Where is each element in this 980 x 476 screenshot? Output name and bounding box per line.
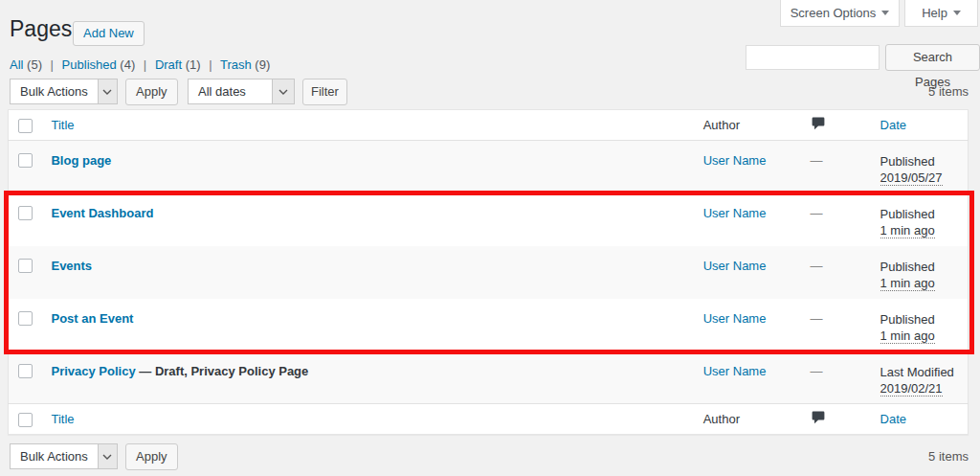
date-value: 1 min ago bbox=[880, 276, 935, 291]
screen-options-button[interactable]: Screen Options bbox=[780, 0, 900, 27]
comments-icon bbox=[811, 410, 826, 428]
comments-count: — bbox=[811, 206, 823, 220]
page-state-label: — Draft, Privacy Policy Page bbox=[139, 364, 308, 378]
table-row: Post an Event User Name — Published 1 mi… bbox=[9, 299, 969, 351]
search-pages-button[interactable]: Search Pages bbox=[885, 44, 980, 71]
comments-count: — bbox=[811, 153, 823, 168]
bulk-actions-select[interactable]: Bulk Actions bbox=[10, 79, 118, 104]
row-checkbox[interactable] bbox=[18, 311, 33, 326]
bulk-actions-select-bottom[interactable]: Bulk Actions bbox=[10, 443, 118, 469]
apply-button[interactable]: Apply bbox=[125, 79, 178, 105]
column-header-date[interactable]: Date bbox=[880, 118, 906, 132]
column-header-title[interactable]: Title bbox=[51, 118, 74, 132]
status-filter-links: All (5) | Published (4) | Draft (1) | Tr… bbox=[10, 57, 270, 72]
page-title: Pages bbox=[10, 15, 72, 43]
separator: | bbox=[144, 57, 146, 72]
dates-filter-value: All dates bbox=[189, 79, 272, 103]
filter-count-draft: (1) bbox=[186, 57, 201, 72]
filter-count-trash: (9) bbox=[255, 57, 270, 72]
page-title-link[interactable]: Events bbox=[51, 259, 92, 273]
filter-count-all: (5) bbox=[27, 57, 42, 72]
select-chevron-icon bbox=[98, 79, 117, 103]
page-title-link[interactable]: Post an Event bbox=[51, 311, 133, 326]
help-button[interactable]: Help bbox=[904, 0, 978, 27]
date-value: 2019/02/21 bbox=[880, 381, 943, 397]
select-all-checkbox[interactable] bbox=[18, 413, 33, 427]
author-link[interactable]: User Name bbox=[703, 153, 767, 168]
table-row: Events User Name — Published 1 min ago bbox=[9, 246, 969, 299]
help-label: Help bbox=[922, 6, 947, 20]
pages-table-body: Blog page User Name — Published 2019/05/… bbox=[9, 141, 969, 404]
author-link[interactable]: User Name bbox=[703, 364, 767, 378]
row-checkbox[interactable] bbox=[18, 206, 33, 220]
select-chevron-icon bbox=[272, 79, 294, 103]
comments-count: — bbox=[811, 311, 823, 326]
filter-count-published: (4) bbox=[120, 57, 135, 72]
date-value: 2019/05/27 bbox=[880, 170, 943, 186]
page-title-link[interactable]: Privacy Policy bbox=[51, 364, 135, 378]
date-status: Published bbox=[880, 153, 968, 170]
filter-button[interactable]: Filter bbox=[302, 79, 347, 105]
date-value: 1 min ago bbox=[880, 223, 935, 238]
search-input[interactable] bbox=[746, 45, 880, 70]
comments-count: — bbox=[811, 364, 823, 378]
row-checkbox[interactable] bbox=[18, 364, 33, 378]
page-title-link[interactable]: Blog page bbox=[51, 153, 111, 168]
select-all-checkbox[interactable] bbox=[18, 119, 33, 133]
date-status: Last Modified bbox=[880, 364, 968, 380]
column-footer-date[interactable]: Date bbox=[880, 412, 906, 426]
chevron-down-icon bbox=[881, 11, 889, 15]
separator: | bbox=[209, 57, 212, 72]
comments-count: — bbox=[811, 259, 823, 273]
add-new-button[interactable]: Add New bbox=[73, 21, 145, 46]
date-status: Published bbox=[880, 206, 968, 222]
bulk-actions-value: Bulk Actions bbox=[11, 444, 98, 468]
filter-link-draft[interactable]: Draft bbox=[155, 57, 182, 72]
apply-button-bottom[interactable]: Apply bbox=[125, 443, 178, 470]
table-row: Privacy Policy — Draft, Privacy Policy P… bbox=[9, 351, 969, 404]
table-header: Title Author Date bbox=[9, 110, 969, 141]
select-chevron-icon bbox=[98, 444, 117, 468]
comments-icon bbox=[811, 116, 826, 134]
table-row: Blog page User Name — Published 2019/05/… bbox=[9, 141, 969, 193]
author-link[interactable]: User Name bbox=[703, 259, 767, 273]
separator: | bbox=[51, 57, 54, 72]
row-checkbox[interactable] bbox=[18, 153, 33, 168]
page-title-link[interactable]: Event Dashboard bbox=[51, 206, 153, 220]
bulk-actions-value: Bulk Actions bbox=[11, 79, 98, 103]
filter-link-trash[interactable]: Trash bbox=[220, 57, 252, 72]
row-checkbox[interactable] bbox=[18, 259, 33, 273]
column-footer-title[interactable]: Title bbox=[51, 412, 74, 426]
table-footer: Title Author Date bbox=[9, 404, 969, 435]
date-status: Published bbox=[880, 259, 968, 275]
column-footer-author: Author bbox=[703, 412, 740, 426]
chevron-down-icon bbox=[953, 11, 961, 15]
table-row: Event Dashboard User Name — Published 1 … bbox=[9, 193, 969, 246]
filter-link-all[interactable]: All bbox=[10, 57, 23, 72]
filter-link-published[interactable]: Published bbox=[62, 57, 117, 72]
pages-table: Title Author Date Blog page User Name — … bbox=[8, 109, 969, 435]
dates-filter-select[interactable]: All dates bbox=[188, 79, 295, 104]
column-header-author: Author bbox=[703, 118, 740, 132]
date-value: 1 min ago bbox=[880, 329, 935, 344]
author-link[interactable]: User Name bbox=[703, 311, 767, 326]
items-count: 5 items bbox=[928, 449, 969, 464]
date-status: Published bbox=[880, 311, 968, 328]
screen-options-label: Screen Options bbox=[791, 6, 877, 20]
items-count: 5 items bbox=[928, 84, 969, 99]
pages-admin-screen: Pages Add New Screen Options Help All (5… bbox=[0, 0, 980, 476]
author-link[interactable]: User Name bbox=[703, 206, 767, 220]
